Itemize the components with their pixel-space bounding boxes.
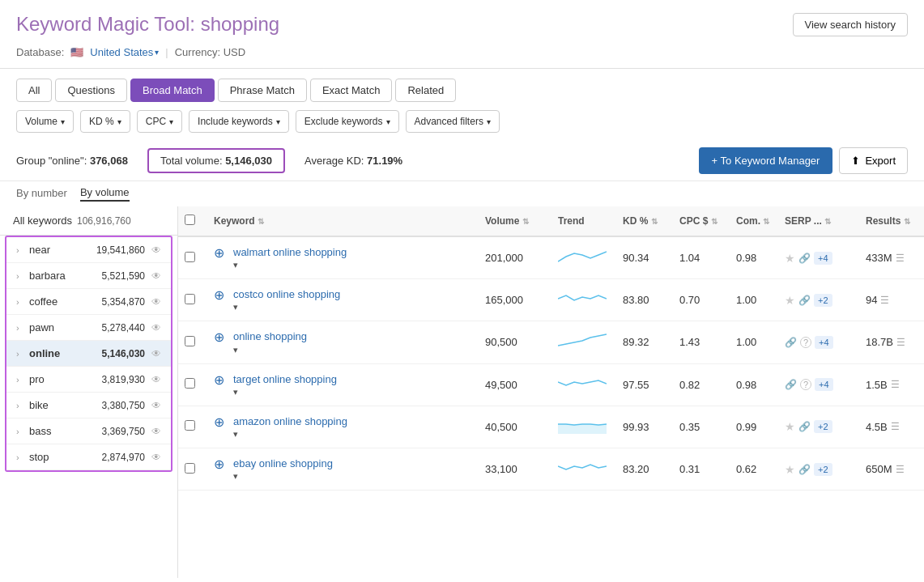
th-trend: Trend	[551, 206, 616, 236]
link-icon[interactable]: 🔗	[798, 421, 811, 432]
sidebar-item-bike[interactable]: › bike 3,380,750 👁	[6, 393, 171, 418]
serp-more-button[interactable]: +4	[815, 378, 833, 391]
serp-more-button[interactable]: +2	[814, 294, 832, 307]
expand-icon: ›	[16, 323, 29, 333]
group-info: Group "online": 376,068	[16, 155, 128, 167]
results-icon[interactable]: ☰	[896, 464, 905, 475]
star-icon[interactable]: ★	[785, 463, 795, 476]
sort-results-icon[interactable]: ⇅	[904, 217, 910, 226]
row-checkbox[interactable]	[185, 294, 195, 304]
eye-icon[interactable]: 👁	[151, 348, 161, 359]
results-icon[interactable]: ☰	[891, 379, 900, 390]
row-checkbox[interactable]	[185, 463, 195, 474]
row-checkbox[interactable]	[185, 252, 195, 262]
sort-cpc-icon[interactable]: ⇅	[711, 217, 717, 226]
tab-related[interactable]: Related	[395, 79, 456, 102]
keyword-expand-icon[interactable]: ▾	[233, 345, 307, 355]
filters-row: Volume ▾ KD % ▾ CPC ▾ Include keywords ▾…	[0, 102, 924, 141]
serp-more-button[interactable]: +2	[814, 420, 832, 433]
keyword-expand-icon[interactable]: ▾	[233, 302, 340, 312]
filter-volume[interactable]: Volume ▾	[16, 110, 74, 133]
link-icon[interactable]: 🔗	[798, 464, 811, 475]
sidebar-item-bass[interactable]: › bass 3,369,750 👁	[6, 418, 171, 444]
serp-more-button[interactable]: +4	[815, 336, 833, 349]
row-checkbox[interactable]	[185, 336, 195, 346]
tab-all[interactable]: All	[16, 79, 52, 102]
toggle-by-number[interactable]: By number	[16, 187, 67, 201]
sort-kd-icon[interactable]: ⇅	[651, 217, 658, 226]
sort-serp-icon[interactable]: ⇅	[824, 217, 831, 226]
keyword-link[interactable]: online shopping	[233, 329, 307, 344]
results-icon[interactable]: ☰	[891, 421, 900, 432]
select-all-checkbox[interactable]	[185, 215, 195, 225]
eye-icon[interactable]: 👁	[151, 322, 161, 333]
export-button[interactable]: ⬆ Export	[839, 147, 908, 174]
add-keyword-icon[interactable]: ⊕	[214, 245, 228, 261]
keyword-link[interactable]: target online shopping	[233, 372, 337, 387]
eye-icon[interactable]: 👁	[151, 374, 161, 385]
row-checkbox[interactable]	[185, 420, 195, 431]
sidebar-item-coffee[interactable]: › coffee 5,354,870 👁	[6, 289, 171, 315]
sidebar-item-pro[interactable]: › pro 3,819,930 👁	[6, 367, 171, 393]
eye-icon[interactable]: 👁	[151, 244, 161, 256]
sidebar-item-online[interactable]: › online 5,146,030 👁	[6, 341, 171, 367]
country-selector[interactable]: United States ▾	[90, 46, 159, 58]
add-keyword-icon[interactable]: ⊕	[214, 414, 228, 430]
filter-kd[interactable]: KD % ▾	[80, 110, 130, 133]
cpc-cell: 0.35	[673, 406, 730, 448]
question-icon[interactable]: ?	[800, 379, 811, 390]
add-keyword-icon[interactable]: ⊕	[214, 287, 228, 303]
view-search-history-button[interactable]: View search history	[793, 13, 908, 36]
keyword-link[interactable]: amazon online shopping	[233, 414, 347, 429]
sort-volume-icon[interactable]: ⇅	[522, 217, 529, 226]
filter-include-keywords[interactable]: Include keywords ▾	[189, 110, 289, 133]
add-keyword-icon[interactable]: ⊕	[214, 329, 228, 345]
sidebar-item-stop[interactable]: › stop 2,874,970 👁	[6, 444, 171, 470]
star-icon[interactable]: ★	[785, 252, 795, 265]
keyword-expand-icon[interactable]: ▾	[233, 260, 347, 270]
tab-questions[interactable]: Questions	[55, 79, 127, 102]
add-keyword-icon[interactable]: ⊕	[214, 457, 228, 472]
keyword-expand-icon[interactable]: ▾	[233, 429, 347, 440]
link-icon[interactable]: 🔗	[798, 253, 811, 264]
keyword-expand-icon[interactable]: ▾	[233, 471, 333, 482]
sidebar-item-near[interactable]: › near 19,541,860 👁	[6, 237, 171, 263]
filter-exclude-keywords[interactable]: Exclude keywords ▾	[296, 110, 399, 133]
keyword-expand-icon[interactable]: ▾	[233, 387, 337, 397]
tab-exact-match[interactable]: Exact Match	[310, 79, 393, 102]
tab-broad-match[interactable]: Broad Match	[130, 79, 215, 102]
link-icon[interactable]: 🔗	[785, 379, 797, 390]
add-keyword-icon[interactable]: ⊕	[214, 372, 228, 388]
star-icon[interactable]: ★	[785, 420, 795, 433]
star-icon[interactable]: ★	[785, 294, 795, 307]
tab-phrase-match[interactable]: Phrase Match	[218, 79, 307, 102]
link-icon[interactable]: 🔗	[785, 337, 797, 348]
keyword-link[interactable]: walmart online shopping	[233, 245, 347, 260]
results-icon[interactable]: ☰	[896, 337, 905, 348]
row-checkbox[interactable]	[185, 378, 195, 389]
toggle-by-volume[interactable]: By volume	[80, 186, 130, 202]
keyword-link[interactable]: ebay online shopping	[233, 457, 333, 471]
eye-icon[interactable]: 👁	[151, 270, 161, 282]
results-icon[interactable]: ☰	[880, 295, 889, 306]
sort-com-icon[interactable]: ⇅	[763, 217, 769, 226]
eye-icon[interactable]: 👁	[151, 452, 161, 463]
sort-keyword-icon[interactable]: ⇅	[258, 217, 264, 226]
sidebar-item-pawn[interactable]: › pawn 5,278,440 👁	[6, 315, 171, 341]
trend-cell	[551, 448, 616, 490]
question-icon[interactable]: ?	[800, 337, 811, 348]
tabs-row: All Questions Broad Match Phrase Match E…	[0, 69, 924, 102]
filter-advanced[interactable]: Advanced filters ▾	[406, 110, 500, 133]
eye-icon[interactable]: 👁	[151, 296, 161, 308]
serp-more-button[interactable]: +2	[814, 463, 832, 476]
filter-cpc[interactable]: CPC ▾	[137, 110, 182, 133]
keyword-link[interactable]: costco online shopping	[233, 287, 340, 302]
sidebar-item-barbara[interactable]: › barbara 5,521,590 👁	[6, 263, 171, 289]
serp-more-button[interactable]: +4	[814, 252, 832, 265]
chevron-down-icon: ▾	[155, 48, 159, 57]
eye-icon[interactable]: 👁	[151, 400, 161, 411]
to-keyword-manager-button[interactable]: + To Keyword Manager	[699, 147, 833, 174]
link-icon[interactable]: 🔗	[798, 295, 811, 306]
eye-icon[interactable]: 👁	[151, 426, 161, 437]
results-icon[interactable]: ☰	[896, 253, 905, 264]
